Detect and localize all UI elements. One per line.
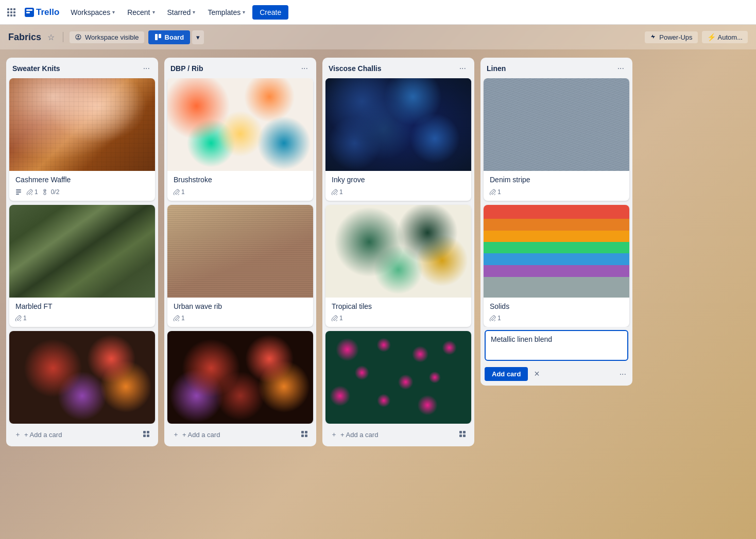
attachments-item: 1 [332,188,343,196]
add-card-cancel-button[interactable]: × [532,367,542,381]
workspace-icon [75,33,82,41]
column-cards: Denim stripe 1 Solids [480,78,632,327]
column-title: Sweater Knits [12,64,60,73]
svg-rect-9 [155,34,158,40]
column-menu-button[interactable]: ··· [299,63,310,74]
svg-rect-1 [10,8,12,10]
card-denim-stripe[interactable]: Denim stripe 1 [484,78,629,201]
column-viscose-challis: Viscose Challis ··· Inky grove 1 [322,58,474,446]
card-brushstroke[interactable]: Brushstroke 1 [167,78,313,201]
board-view-button[interactable]: Board [148,30,191,44]
svg-rect-15 [44,193,46,195]
card-image [325,78,471,171]
card-title: Denim stripe [490,175,623,185]
description-icon [15,189,22,195]
card-image [325,205,471,298]
svg-rect-11 [16,189,21,190]
plus-icon: ＋ [14,430,21,439]
board-title[interactable]: Fabrics [8,32,41,43]
visibility-button[interactable]: Workspace visible [70,31,144,43]
svg-rect-26 [459,434,462,437]
column-footer: ＋ + Add a card [164,424,316,446]
svg-rect-23 [305,434,307,437]
card-meta: 1 0/2 [15,188,149,196]
header-right-actions: Power-Ups ⚡ Autom... [645,31,748,43]
workspaces-menu[interactable]: Workspaces ▾ [65,5,120,20]
column-menu-button[interactable]: ··· [457,63,468,74]
board-header: Fabrics ☆ Workspace visible Board ▾ Powe… [0,25,756,49]
column-menu-button[interactable]: ··· [615,63,626,74]
card-title: Solids [490,302,623,312]
attachment-icon [490,189,496,195]
card-image [9,78,155,171]
power-ups-button[interactable]: Power-Ups [645,31,697,43]
card-meta: 1 [174,315,307,322]
add-card-button[interactable]: ＋ + Add a card [10,427,154,442]
svg-rect-12 [16,192,21,193]
attachment-icon [332,315,338,321]
add-card-submit-button[interactable]: Add card [485,367,528,381]
automate-button[interactable]: ⚡ Autom... [702,31,748,43]
grid-icon[interactable] [4,5,19,20]
starred-menu[interactable]: Starred ▾ [162,5,201,20]
card-meta: 1 [174,188,307,196]
card-inky-grove[interactable]: Inky grove 1 [325,78,471,201]
card-sweater-3[interactable] [9,331,155,424]
lightning-icon: ⚡ [707,33,716,41]
card-viscose-3[interactable] [325,331,471,424]
card-image [325,331,471,424]
svg-rect-18 [143,434,146,437]
column-header: Viscose Challis ··· [322,58,474,78]
trello-logo[interactable]: Trello [21,5,63,20]
attachment-icon [174,189,180,195]
power-ups-icon [650,33,657,41]
column-dbp-rib: DBP / Rib ··· Brushstroke 1 [164,58,316,446]
add-card-button[interactable]: ＋ + Add a card [327,427,470,442]
plus-icon: ＋ [331,430,337,439]
card-title: Inky grove [332,175,465,185]
svg-rect-25 [463,431,466,433]
add-card-form: Add card × ··· [480,327,632,386]
column-footer: ＋ + Add a card [322,424,474,446]
add-card-input[interactable] [485,330,628,361]
template-icon [459,430,466,439]
column-menu-button[interactable]: ··· [141,63,152,74]
card-marbled-ft[interactable]: Marbled FT 1 [9,205,155,327]
column-linen: Linen ··· Denim stripe 1 [480,58,632,386]
column-cards: Cashmere Waffle 1 0/2 [6,78,158,424]
add-card-actions: Add card × ··· [485,367,628,381]
attachment-icon [490,315,496,321]
attachments-item: 1 [27,188,38,196]
checklist-icon [43,189,49,195]
card-meta: 1 [490,188,623,196]
svg-rect-6 [7,14,9,16]
card-urban-wave-rib[interactable]: Urban wave rib 1 [167,205,313,327]
create-button[interactable]: Create [252,5,288,20]
card-tropical-tiles[interactable]: Tropical tiles 1 [325,205,471,327]
add-card-more-button[interactable]: ··· [617,368,628,381]
view-dropdown-button[interactable]: ▾ [192,30,204,44]
column-header: DBP / Rib ··· [164,58,316,78]
attachments-item: 1 [490,188,501,196]
templates-menu[interactable]: Templates ▾ [202,5,250,20]
board-canvas: Sweater Knits ··· Cashmere Waffle [0,49,756,539]
attachments-item: 1 [174,188,185,196]
star-button[interactable]: ☆ [45,30,57,44]
card-meta: 1 [490,315,623,322]
card-image [167,205,313,298]
card-solids[interactable]: Solids 1 [484,205,629,327]
card-title: Tropical tiles [332,302,465,312]
svg-rect-5 [13,11,15,13]
add-card-button[interactable]: ＋ + Add a card [168,427,312,442]
svg-rect-4 [10,11,12,13]
recent-menu[interactable]: Recent ▾ [122,5,160,20]
attachment-icon [332,189,338,195]
card-image [484,78,629,171]
column-title: Linen [487,64,506,73]
column-cards: Inky grove 1 Tropical tiles [322,78,474,424]
svg-rect-27 [463,434,466,437]
card-cashmere-waffle[interactable]: Cashmere Waffle 1 0/2 [9,78,155,201]
svg-rect-10 [159,34,161,38]
card-dbp-3[interactable] [167,331,313,424]
card-title: Cashmere Waffle [15,175,149,185]
